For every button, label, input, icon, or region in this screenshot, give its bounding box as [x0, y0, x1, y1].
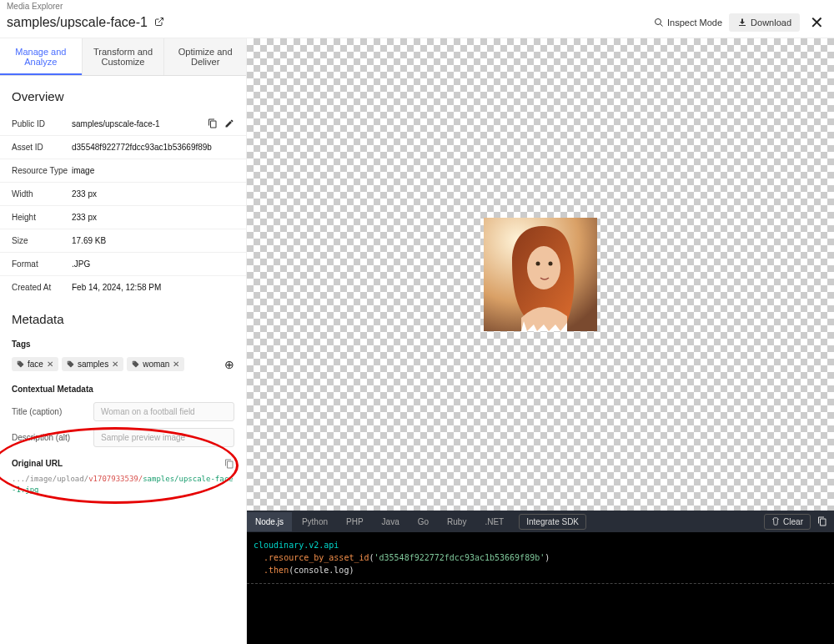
tag-woman[interactable]: woman ✕: [127, 357, 184, 371]
clear-button[interactable]: Clear: [764, 514, 811, 530]
row-asset-id-value: d35548f922772fdcc93ac1b53669f89b: [72, 143, 234, 152]
tag-samples-remove[interactable]: ✕: [112, 360, 118, 369]
header-bar: samples/upscale-face-1 Inspect Mode Down…: [0, 11, 834, 38]
clear-label: Clear: [783, 517, 803, 526]
open-external-icon[interactable]: [154, 17, 164, 29]
tag-woman-remove[interactable]: ✕: [173, 360, 179, 369]
tab-transform-customize[interactable]: Transform andCustomize: [83, 38, 165, 75]
row-public-id-label: Public ID: [12, 119, 72, 128]
tag-woman-label: woman: [143, 360, 169, 369]
svg-line-0: [158, 18, 163, 23]
code-panel: Node.js Python PHP Java Go Ruby .NET Int…: [247, 511, 834, 644]
row-resource-type-value: image: [72, 166, 234, 175]
copy-url-icon[interactable]: [224, 459, 234, 469]
code-tab-java[interactable]: Java: [374, 512, 408, 531]
tag-samples[interactable]: samples ✕: [62, 357, 123, 371]
svg-point-4: [549, 262, 553, 266]
row-height-value: 233 px: [72, 213, 234, 222]
code-tab-nodejs[interactable]: Node.js: [247, 512, 292, 531]
add-tag-button[interactable]: ⊕: [224, 358, 234, 371]
code-tab-go[interactable]: Go: [409, 512, 437, 531]
tags-label: Tags: [0, 335, 246, 354]
tag-face-label: face: [28, 360, 43, 369]
code-tab-ruby[interactable]: Ruby: [439, 512, 475, 531]
row-format-value: .JPG: [72, 259, 234, 269]
row-size-value: 17.69 KB: [72, 236, 234, 245]
row-height-label: Height: [12, 213, 72, 222]
row-width-label: Width: [12, 189, 72, 199]
row-width-value: 233 px: [72, 189, 234, 199]
close-button[interactable]: ✕: [810, 13, 824, 33]
original-url-heading: Original URL: [12, 459, 63, 469]
title-caption-label: Title (caption): [12, 407, 87, 416]
sidebar: Manage andAnalyze Transform andCustomize…: [0, 38, 247, 644]
tag-face-remove[interactable]: ✕: [47, 360, 53, 369]
row-created-at-value: Feb 14, 2024, 12:58 PM: [72, 283, 234, 292]
contextual-metadata-heading: Contextual Metadata: [0, 380, 246, 399]
tag-icon: [67, 360, 74, 368]
page-title: samples/upscale-face-1: [7, 15, 148, 30]
download-icon: [737, 18, 747, 28]
preview-image: [484, 218, 597, 331]
tag-face[interactable]: face ✕: [12, 357, 58, 371]
tab-manage-analyze[interactable]: Manage andAnalyze: [0, 38, 83, 75]
svg-point-3: [536, 262, 540, 266]
title-caption-input[interactable]: [93, 402, 234, 421]
overview-heading: Overview: [0, 76, 246, 112]
inspect-mode-label: Inspect Mode: [667, 18, 722, 28]
original-url-value: .../image/upload/v1707933539/samples/ups…: [12, 474, 234, 495]
row-size-label: Size: [12, 236, 72, 245]
code-tab-python[interactable]: Python: [294, 512, 336, 531]
app-label: Media Explorer: [0, 0, 834, 11]
svg-point-2: [527, 246, 560, 289]
row-asset-id-label: Asset ID: [12, 143, 72, 152]
copy-icon[interactable]: [208, 118, 218, 128]
metadata-heading: Metadata: [0, 299, 246, 335]
copy-code-icon[interactable]: [817, 516, 827, 526]
description-alt-label: Description (alt): [12, 433, 87, 442]
row-public-id-value: samples/upscale-face-1: [72, 119, 208, 128]
tab-optimize-deliver[interactable]: Optimize andDeliver: [164, 38, 246, 75]
tag-icon: [17, 360, 24, 368]
clear-icon: [771, 517, 780, 526]
tag-samples-label: samples: [78, 360, 108, 369]
download-button[interactable]: Download: [729, 13, 800, 32]
inspect-icon: [654, 18, 664, 28]
row-created-at-label: Created At: [12, 283, 72, 292]
inspect-mode-link[interactable]: Inspect Mode: [654, 18, 722, 28]
preview-canvas[interactable]: [247, 38, 834, 511]
tag-icon: [132, 360, 139, 368]
code-tab-php[interactable]: PHP: [338, 512, 372, 531]
code-tab-dotnet[interactable]: .NET: [476, 512, 512, 531]
description-alt-input[interactable]: [93, 428, 234, 447]
row-resource-type-label: Resource Type: [12, 166, 72, 175]
download-label: Download: [751, 18, 791, 28]
row-format-label: Format: [12, 259, 72, 269]
integrate-sdk-button[interactable]: Integrate SDK: [519, 514, 586, 530]
code-body: cloudinary.v2.api .resource_by_asset_id(…: [247, 532, 834, 584]
edit-icon[interactable]: [224, 118, 234, 128]
